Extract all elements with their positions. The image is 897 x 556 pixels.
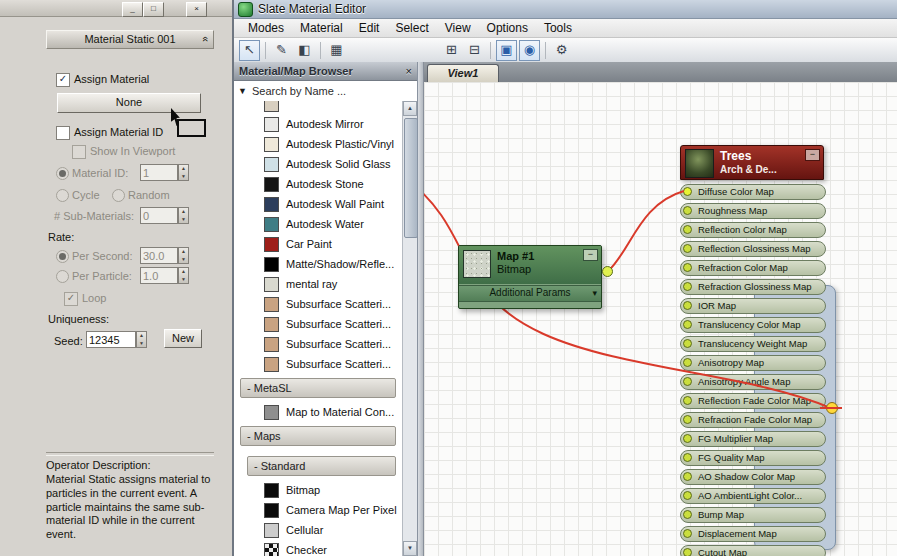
menu-modes[interactable]: Modes: [240, 20, 292, 36]
slot-translucency-color-map[interactable]: Translucency Color Map: [680, 317, 826, 333]
random-radio[interactable]: [112, 189, 125, 202]
expand-arrow-icon[interactable]: ▾: [592, 286, 597, 300]
slot-refraction-glossiness-map[interactable]: Refraction Glossiness Map: [680, 279, 826, 295]
map-input-socket-icon[interactable]: [683, 358, 692, 367]
new-seed-button[interactable]: New: [164, 329, 202, 348]
cycle-radio[interactable]: [56, 189, 69, 202]
browser-item-mental-ray[interactable]: mental ray: [234, 274, 402, 294]
browser-item-checker[interactable]: Checker: [234, 540, 402, 556]
collapse-node-icon[interactable]: −: [583, 249, 598, 261]
browser-item-subsurface-scatteri[interactable]: Subsurface Scatteri...: [234, 294, 402, 314]
map-input-socket-icon[interactable]: [683, 187, 692, 196]
spinner-down-icon[interactable]: ▼: [179, 256, 188, 264]
node-map1-header[interactable]: Map #1 Bitmap: [459, 246, 601, 284]
show-in-viewport-checkbox[interactable]: [72, 145, 86, 159]
spinner-up-icon[interactable]: ▲: [179, 165, 188, 173]
show-shaded-material-in-viewport-icon[interactable]: ▣: [496, 40, 517, 61]
none-material-button[interactable]: None: [57, 93, 201, 113]
browser-item-autodesk-solid-glass[interactable]: Autodesk Solid Glass: [234, 154, 402, 174]
spinner-down-icon[interactable]: ▼: [179, 173, 188, 181]
per-particle-radio[interactable]: [56, 270, 69, 283]
map-input-socket-icon[interactable]: [683, 225, 692, 234]
per-particle-field[interactable]: [140, 267, 178, 284]
slate-titlebar[interactable]: Slate Material Editor: [234, 0, 897, 19]
loop-checkbox[interactable]: ✓: [64, 292, 78, 306]
slot-ao-shadow-color-map[interactable]: AO Shadow Color Map: [680, 469, 826, 485]
map-input-socket-icon[interactable]: [683, 377, 692, 386]
spinner-up-icon[interactable]: ▲: [179, 208, 188, 216]
map-input-socket-icon[interactable]: [683, 263, 692, 272]
browser-item-bitmap[interactable]: Bitmap: [234, 480, 402, 500]
slot-diffuse-color-map[interactable]: Diffuse Color Map: [680, 184, 826, 200]
put-to-library-icon[interactable]: ▦: [326, 40, 347, 61]
spinner-down-icon[interactable]: ▼: [179, 216, 188, 224]
material-id-field[interactable]: [140, 164, 178, 181]
map-input-socket-icon[interactable]: [683, 491, 692, 500]
wire-bitmap-to-diffuse[interactable]: [608, 191, 684, 271]
slot-fg-quality-map[interactable]: FG Quality Map: [680, 450, 826, 466]
slot-translucency-weight-map[interactable]: Translucency Weight Map: [680, 336, 826, 352]
browser-item-cellular[interactable]: Cellular: [234, 520, 402, 540]
spinner-up-icon[interactable]: ▲: [137, 332, 146, 340]
map-input-socket-icon[interactable]: [683, 396, 692, 405]
browser-item-autodesk-plastic-vinyl[interactable]: Autodesk Plastic/Vinyl: [234, 134, 402, 154]
filter-dropdown-icon[interactable]: ▼: [238, 86, 247, 96]
seed-spinner[interactable]: ▲▼: [136, 331, 147, 348]
pick-material-from-object-icon[interactable]: ✎: [271, 40, 292, 61]
map-input-socket-icon[interactable]: [683, 548, 692, 556]
assign-material-id-checkbox[interactable]: [56, 126, 70, 140]
slot-ior-map[interactable]: IOR Map: [680, 298, 826, 314]
assign-material-to-selection-icon[interactable]: ◧: [294, 40, 315, 61]
slot-bump-map[interactable]: Bump Map: [680, 507, 826, 523]
browser-group-standard[interactable]: - Standard: [247, 456, 396, 476]
browser-group-metasl[interactable]: - MetaSL: [240, 378, 396, 398]
scrollbar-thumb[interactable]: [404, 118, 418, 238]
search-input[interactable]: [250, 84, 413, 98]
browser-item-partial[interactable]: [234, 101, 402, 114]
bitmap-output-socket[interactable]: [602, 266, 613, 277]
scroll-down-icon[interactable]: ▼: [403, 541, 417, 556]
left-window-titlebar[interactable]: _ □ ×: [0, 0, 232, 17]
material-id-spinner[interactable]: ▲▼: [178, 164, 189, 181]
spinner-down-icon[interactable]: ▼: [179, 276, 188, 284]
rollout-header-material-static[interactable]: Material Static 001 «: [46, 30, 214, 49]
spinner-down-icon[interactable]: ▼: [137, 340, 146, 348]
menu-material[interactable]: Material: [292, 20, 351, 36]
map-input-socket-icon[interactable]: [683, 453, 692, 462]
browser-item-matte-shadow-refle[interactable]: Matte/Shadow/Refle...: [234, 254, 402, 274]
browser-item-autodesk-stone[interactable]: Autodesk Stone: [234, 174, 402, 194]
map-input-socket-icon[interactable]: [683, 529, 692, 538]
slot-reflection-glossiness-map[interactable]: Reflection Glossiness Map: [680, 241, 826, 257]
menu-options[interactable]: Options: [479, 20, 536, 36]
slot-refraction-color-map[interactable]: Refraction Color Map: [680, 260, 826, 276]
menu-view[interactable]: View: [437, 20, 479, 36]
slot-anisotropy-angle-map[interactable]: Anisotropy Angle Map: [680, 374, 826, 390]
slot-reflection-fade-color-map[interactable]: Reflection Fade Color Map: [680, 393, 826, 409]
browser-item-autodesk-water[interactable]: Autodesk Water: [234, 214, 402, 234]
browser-item-autodesk-mirror[interactable]: Autodesk Mirror: [234, 114, 402, 134]
menu-select[interactable]: Select: [387, 20, 436, 36]
map-input-socket-icon[interactable]: [683, 434, 692, 443]
per-second-radio[interactable]: [56, 250, 69, 263]
slot-roughness-map[interactable]: Roughness Map: [680, 203, 826, 219]
sub-materials-spinner[interactable]: ▲▼: [178, 207, 189, 224]
map-input-socket-icon[interactable]: [683, 282, 692, 291]
browser-scrollbar[interactable]: ▲ ▼: [402, 101, 417, 556]
map-input-socket-icon[interactable]: [683, 339, 692, 348]
node-trees-header[interactable]: Trees Arch & De... −: [680, 145, 824, 180]
browser-group-maps[interactable]: - Maps: [240, 426, 396, 446]
spinner-up-icon[interactable]: ▲: [179, 248, 188, 256]
minimize-button[interactable]: _: [122, 2, 143, 17]
browser-item-subsurface-scatteri[interactable]: Subsurface Scatteri...: [234, 354, 402, 374]
slot-fg-multiplier-map[interactable]: FG Multiplier Map: [680, 431, 826, 447]
collapse-node-icon[interactable]: −: [805, 149, 820, 161]
map-input-socket-icon[interactable]: [683, 472, 692, 481]
layout-children-icon[interactable]: ⊟: [464, 40, 485, 61]
seed-field[interactable]: [86, 331, 136, 348]
slot-refraction-fade-color-map[interactable]: Refraction Fade Color Map: [680, 412, 826, 428]
browser-item-map-to-material-con[interactable]: Map to Material Con...: [234, 402, 402, 422]
per-second-spinner[interactable]: ▲▼: [178, 247, 189, 264]
slot-displacement-map[interactable]: Displacement Map: [680, 526, 826, 542]
browser-item-car-paint[interactable]: Car Paint: [234, 234, 402, 254]
map-input-socket-icon[interactable]: [683, 301, 692, 310]
